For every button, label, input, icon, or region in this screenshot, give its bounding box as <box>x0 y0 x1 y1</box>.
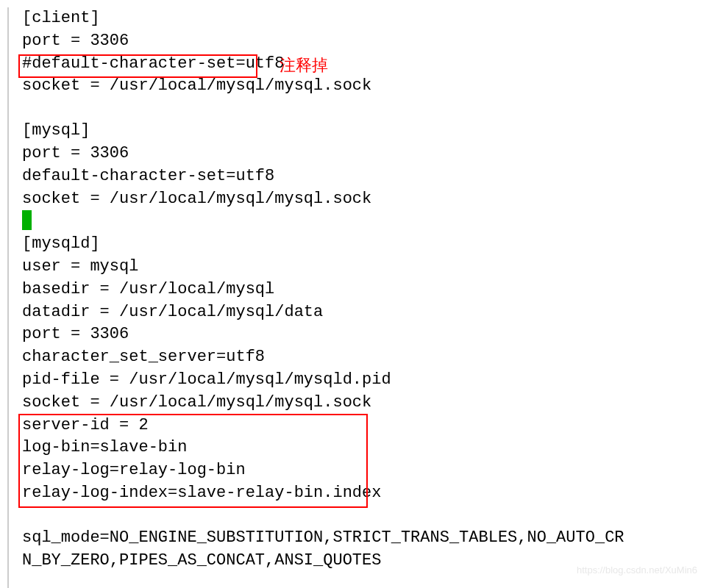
left-margin-line <box>7 7 9 588</box>
mysqld-basedir: basedir = /usr/local/mysql <box>22 279 712 301</box>
terminal-cursor-icon <box>22 210 32 230</box>
mysqld-relay-log: relay-log=relay-log-bin <box>22 459 712 482</box>
mysql-default-charset: default-character-set=utf8 <box>22 165 712 188</box>
mysqld-section-header: [mysqld] <box>22 233 712 256</box>
blank-line <box>22 505 712 527</box>
cursor-line <box>22 210 712 233</box>
mysqld-relay-log-index: relay-log-index=slave-relay-bin.index <box>22 482 712 505</box>
mysqld-user: user = mysql <box>22 256 712 279</box>
mysqld-charset-server: character_set_server=utf8 <box>22 346 712 369</box>
client-port: port = 3306 <box>22 30 712 53</box>
mysqld-pid-file: pid-file = /usr/local/mysql/mysqld.pid <box>22 369 712 392</box>
client-default-charset-commented: #default-character-set=utf8 <box>22 53 712 76</box>
mysqld-datadir: datadir = /usr/local/mysql/data <box>22 301 712 324</box>
mysqld-sql-mode-line1: sql_mode=NO_ENGINE_SUBSTITUTION,STRICT_T… <box>22 527 712 550</box>
blank-line <box>22 98 712 120</box>
config-file-content: [client] port = 3306 #default-character-… <box>0 7 712 572</box>
watermark-text: https://blog.csdn.net/XuMin6 <box>577 564 697 577</box>
client-section-header: [client] <box>22 7 712 30</box>
mysql-port: port = 3306 <box>22 143 712 165</box>
mysqld-server-id: server-id = 2 <box>22 415 712 437</box>
mysqld-socket: socket = /usr/local/mysql/mysql.sock <box>22 392 712 415</box>
mysqld-log-bin: log-bin=slave-bin <box>22 437 712 459</box>
mysqld-port: port = 3306 <box>22 323 712 346</box>
client-socket: socket = /usr/local/mysql/mysql.sock <box>22 75 712 98</box>
mysql-section-header: [mysql] <box>22 120 712 143</box>
mysql-socket: socket = /usr/local/mysql/mysql.sock <box>22 188 712 211</box>
